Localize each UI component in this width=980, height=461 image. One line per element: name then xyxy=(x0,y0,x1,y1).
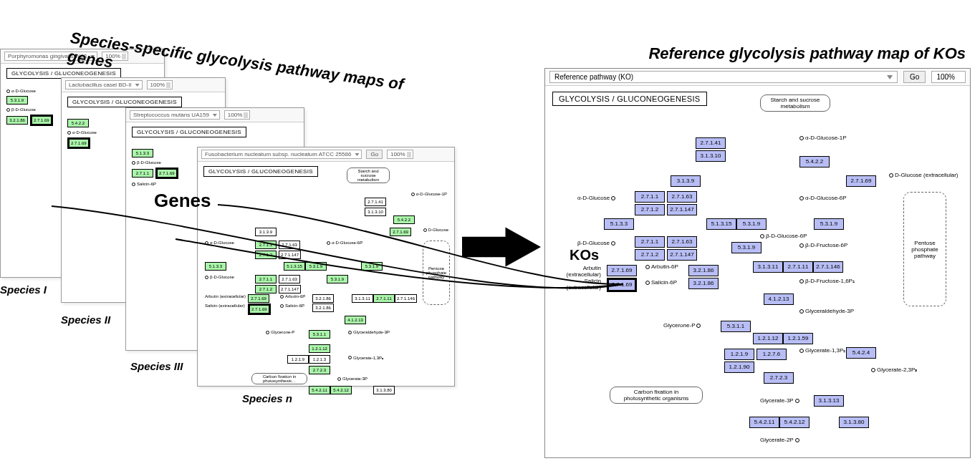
ec-box[interactable]: 3.1.3.11 xyxy=(753,261,783,273)
ec-box[interactable]: 2.7.1.11 xyxy=(783,261,813,273)
ec-box[interactable]: 2.7.2.3 xyxy=(764,372,794,384)
compound-label: Glyceraldehyde-3P xyxy=(348,330,390,334)
ec-box[interactable]: 2.7.1.147 xyxy=(279,251,301,259)
ec-box[interactable]: 1.2.1.90 xyxy=(724,361,754,373)
ec-box[interactable]: 2.7.1.41 xyxy=(696,137,726,149)
ec-box[interactable]: 2.7.1.147 xyxy=(279,285,301,293)
ec-box-ko-highlight[interactable]: 2.7.1.69 xyxy=(607,278,637,292)
ec-box[interactable]: 5.4.2.2 xyxy=(799,156,830,168)
ec-box[interactable]: 2.7.1.69 xyxy=(390,228,411,236)
ec-box[interactable]: 2.7.1.2 xyxy=(635,249,665,261)
ec-box[interactable]: 1.2.7.6 xyxy=(756,349,787,360)
ec-box[interactable]: 5.4.2.2 xyxy=(67,119,89,127)
ec-box[interactable]: 5.3.1.1 xyxy=(309,330,330,339)
zoom-field[interactable]: 100% xyxy=(147,80,173,89)
ec-box[interactable]: 5.3.1.9 xyxy=(736,218,767,230)
ec-box[interactable]: 5.4.2.2 xyxy=(393,215,415,224)
ec-box[interactable]: 5.4.2.11 xyxy=(749,417,779,428)
ec-box[interactable]: 1.2.1.12 xyxy=(753,333,783,344)
ec-box[interactable]: 2.7.1.146 xyxy=(813,261,843,273)
ec-box[interactable]: 3.1.3.9 xyxy=(671,175,701,187)
ec-box[interactable]: 3.1.3.13 xyxy=(814,395,844,407)
ec-box[interactable]: 2.7.1.147 xyxy=(667,204,697,215)
ec-box[interactable]: 4.1.2.13 xyxy=(764,293,794,305)
compound-label: Arbutin (extracellular) xyxy=(205,294,246,299)
ec-box[interactable]: 1.2.1.9 xyxy=(724,349,754,360)
ec-box[interactable]: 2.7.1.2 xyxy=(255,285,277,293)
ec-box[interactable]: 5.1.3.3 xyxy=(132,149,153,157)
ec-box[interactable]: 4.1.2.13 xyxy=(345,316,366,324)
ec-box[interactable]: 2.7.1.1 xyxy=(635,236,665,248)
ec-box[interactable]: 5.3.1.9 xyxy=(814,218,844,230)
ec-box[interactable]: 1.2.1.3 xyxy=(309,355,330,364)
link-carbon-fixation[interactable]: Carbon fixation in photosynthesis… xyxy=(251,373,307,384)
ec-box[interactable]: 2.7.1.11 xyxy=(373,294,395,303)
species-dropdown[interactable]: Lactobacillus casei BD-II xyxy=(65,80,143,89)
species-dropdown[interactable]: Fusobacterium nucleatum subsp. nucleatum… xyxy=(201,150,362,159)
ec-box[interactable]: 2.7.1.2 xyxy=(635,204,665,215)
ec-box[interactable]: 3.1.3.11 xyxy=(352,294,373,303)
ec-box[interactable]: 5.4.2.12 xyxy=(330,386,352,394)
ec-box[interactable]: 5.3.1.9 xyxy=(361,262,383,271)
ec-box[interactable]: 1.2.1.59 xyxy=(783,333,813,344)
species-dropdown[interactable]: Streptococcus mutans UA159 xyxy=(130,110,220,120)
ec-box[interactable]: 3.2.1.86 xyxy=(688,278,719,289)
ec-box[interactable]: 2.7.1.1 xyxy=(255,275,277,283)
ec-box[interactable]: 2.7.1.69 xyxy=(248,294,269,303)
ec-box-highlight[interactable]: 2.7.1.69 xyxy=(155,168,178,179)
ec-box[interactable]: 2.7.1.146 xyxy=(395,294,417,303)
ec-box[interactable]: 3.2.1.86 xyxy=(6,116,28,125)
ec-box[interactable]: 1.2.1.12 xyxy=(309,344,330,353)
ec-box[interactable]: 5.1.3.15 xyxy=(284,262,305,271)
ec-box[interactable]: 2.7.2.3 xyxy=(309,366,330,374)
ec-box[interactable]: 5.3.1.9 xyxy=(327,275,348,283)
ec-box[interactable]: 2.7.1.63 xyxy=(279,275,300,283)
ec-box[interactable]: 5.4.2.12 xyxy=(779,417,810,428)
link-carbon-fixation[interactable]: Carbon fixation in photosynthetic organi… xyxy=(610,387,703,404)
ec-box[interactable]: 3.1.3.9 xyxy=(255,228,277,236)
ec-box[interactable]: 3.1.3.10 xyxy=(696,150,726,162)
ec-box[interactable]: 3.2.1.86 xyxy=(312,294,334,303)
ec-box[interactable]: 2.7.1.1 xyxy=(635,191,665,203)
ec-box[interactable]: 3.2.1.86 xyxy=(688,265,719,276)
ec-box[interactable]: 5.4.2.11 xyxy=(309,386,330,394)
ec-box[interactable]: 2.7.1.1 xyxy=(132,169,153,178)
ec-box[interactable]: 2.7.1.147 xyxy=(667,249,697,261)
ec-box-highlight[interactable]: 2.7.1.69 xyxy=(30,115,53,126)
link-starch-sucrose[interactable]: Starch and sucrose metabolism xyxy=(760,94,830,112)
ec-box-highlight[interactable]: 2.7.1.69 xyxy=(67,137,90,149)
link-pentose-phosphate[interactable]: Pentose phosphate pathway xyxy=(903,192,946,306)
ec-box[interactable]: 3.1.3.80 xyxy=(373,386,395,394)
ec-box[interactable]: 5.1.3.3 xyxy=(604,218,634,230)
ec-box[interactable]: 5.3.1.9 xyxy=(305,262,327,271)
ec-box[interactable]: 3.2.1.86 xyxy=(312,304,334,312)
ec-box[interactable]: 5.3.1.1 xyxy=(721,321,751,332)
ec-box[interactable]: 2.7.1.41 xyxy=(365,198,386,206)
ec-box-highlight[interactable]: 2.7.1.69 xyxy=(248,304,271,315)
ec-box[interactable]: 5.1.3.15 xyxy=(706,218,736,230)
link-starch-sucrose[interactable]: Starch and sucrose metabolism xyxy=(347,168,390,183)
ec-box[interactable]: 2.7.1.1 xyxy=(255,241,277,249)
ec-box[interactable]: 5.1.3.3 xyxy=(205,262,226,271)
ec-box[interactable]: 2.7.1.2 xyxy=(255,251,277,259)
ec-box[interactable]: 3.1.3.80 xyxy=(839,417,869,428)
link-pentose-phosphate[interactable]: Pentose phosphate pathway xyxy=(423,241,450,305)
ec-box[interactable]: 2.7.1.63 xyxy=(667,191,697,203)
ec-box[interactable]: 5.3.1.9 xyxy=(731,242,762,253)
ec-box[interactable]: 2.7.1.63 xyxy=(279,241,300,249)
ec-box[interactable]: 2.7.1.69 xyxy=(607,265,637,276)
ec-box[interactable]: 2.7.1.69 xyxy=(846,175,876,187)
reference-dropdown[interactable]: Reference pathway (KO) xyxy=(549,71,898,83)
ec-box[interactable]: 3.1.3.10 xyxy=(365,208,386,216)
zoom-field[interactable]: 100% xyxy=(387,150,413,159)
go-button[interactable]: Go xyxy=(903,71,926,83)
ec-box[interactable]: 1.2.1.9 xyxy=(287,355,309,364)
ec-box[interactable]: 5.4.2.4 xyxy=(846,347,876,359)
ec-box[interactable]: 2.7.1.63 xyxy=(667,236,697,248)
go-button[interactable]: Go xyxy=(366,150,383,159)
zoom-field[interactable]: 100% xyxy=(224,110,250,120)
compound-label: β-D-Glucose-6P xyxy=(760,233,807,239)
zoom-field[interactable]: 100% xyxy=(931,71,966,83)
ec-box[interactable]: 5.3.1.9 xyxy=(6,96,28,105)
species-label-1: Species I xyxy=(0,283,47,296)
